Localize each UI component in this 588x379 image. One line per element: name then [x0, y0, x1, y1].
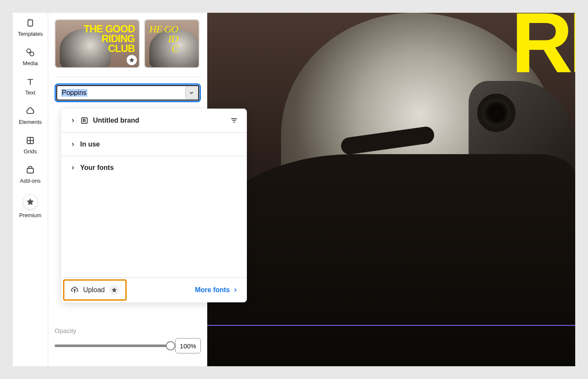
sidebar-label: Elements — [19, 119, 42, 125]
templates-icon — [25, 18, 35, 28]
more-fonts-label: More fonts — [195, 286, 230, 294]
sidebar-item-premium[interactable]: Premium — [13, 189, 48, 224]
premium-icon — [23, 194, 38, 210]
grids-icon — [25, 135, 35, 146]
opacity-slider[interactable] — [55, 345, 171, 347]
opacity-control: Opacity 100% — [55, 338, 201, 353]
section-label: In use — [80, 141, 100, 148]
font-dropdown-toggle[interactable] — [185, 86, 198, 99]
filter-icon[interactable] — [230, 116, 238, 125]
sidebar-item-text[interactable]: Text — [13, 72, 48, 101]
font-dropdown-panel: Untitled brand In use Your fonts Upload — [61, 109, 247, 302]
sidebar-label: Media — [23, 60, 38, 66]
sidebar-item-media[interactable]: Media — [13, 42, 48, 72]
slider-thumb[interactable] — [166, 341, 175, 350]
upload-button[interactable]: Upload — [70, 285, 119, 295]
section-label: Untitled brand — [93, 117, 139, 124]
elements-icon — [25, 106, 35, 116]
opacity-value[interactable]: 100% — [175, 338, 201, 353]
thumbnail-text: THE GOOD RIDING CLUB — [84, 24, 135, 53]
dropdown-footer: Upload More fonts — [61, 277, 247, 302]
canvas-title[interactable]: RI — [511, 13, 575, 81]
template-thumbnail[interactable]: THE GOOD RIDING CLUB — [55, 19, 140, 68]
dropdown-section-yourfonts[interactable]: Your fonts — [61, 156, 247, 179]
svg-point-1 — [30, 52, 34, 56]
opacity-label: Opacity — [55, 327, 76, 334]
upload-icon — [70, 286, 79, 294]
canvas[interactable]: RI — [207, 13, 575, 366]
svg-point-0 — [27, 49, 31, 53]
template-thumbnails: THE GOOD RIDING CLUB HE GO ID C — [55, 19, 201, 68]
more-fonts-button[interactable]: More fonts — [195, 286, 238, 294]
section-label: Your fonts — [80, 164, 114, 172]
sidebar-label: Text — [25, 89, 35, 96]
sidebar-label: Premium — [19, 212, 41, 218]
sidebar-item-addons[interactable]: Add-ons — [13, 160, 48, 189]
chevron-right-icon — [70, 141, 76, 147]
upload-label: Upload — [83, 286, 105, 294]
font-selector[interactable]: Poppins — [55, 83, 201, 102]
sidebar: Templates Media Text Elements Grids — [13, 13, 48, 366]
thumbnail-text: HE GO ID C — [149, 24, 178, 53]
text-icon — [25, 77, 35, 87]
chevron-right-icon — [70, 165, 76, 171]
dropdown-section-brand[interactable]: Untitled brand — [61, 109, 247, 133]
premium-badge-icon — [127, 55, 137, 65]
selection-line — [207, 325, 575, 326]
sidebar-label: Grids — [23, 148, 37, 155]
sidebar-item-grids[interactable]: Grids — [13, 130, 48, 160]
brand-icon — [80, 116, 89, 125]
chevron-down-icon — [188, 90, 194, 96]
dropdown-section-inuse[interactable]: In use — [61, 133, 247, 156]
svg-rect-3 — [27, 168, 34, 173]
premium-badge-icon — [109, 285, 119, 295]
sidebar-label: Add-ons — [20, 178, 41, 184]
sidebar-label: Templates — [17, 31, 43, 37]
sidebar-item-templates[interactable]: Templates — [13, 13, 48, 42]
svg-rect-4 — [81, 118, 87, 123]
sidebar-item-elements[interactable]: Elements — [13, 101, 48, 130]
chevron-right-icon — [70, 118, 76, 123]
chevron-right-icon — [232, 287, 238, 293]
font-input-value: Poppins — [61, 89, 87, 97]
addons-icon — [25, 165, 35, 175]
template-thumbnail[interactable]: HE GO ID C — [144, 19, 200, 68]
media-icon — [25, 47, 35, 57]
